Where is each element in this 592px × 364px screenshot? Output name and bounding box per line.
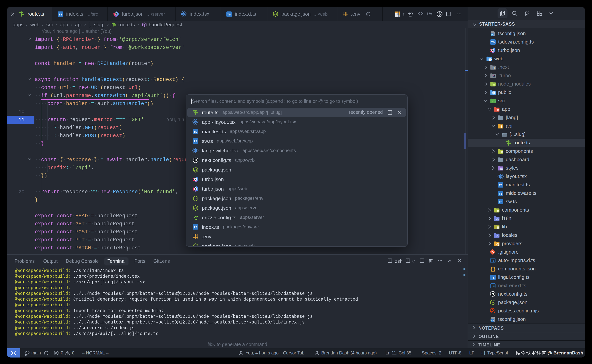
svg-text:TS: TS <box>491 284 494 287</box>
svg-text:TS: TS <box>499 200 502 203</box>
svg-text:TS: TS <box>499 192 502 195</box>
svg-text:TS: TS <box>194 130 197 133</box>
svg-text:JS: JS <box>194 169 197 171</box>
svg-text:TS: TS <box>194 140 197 143</box>
svg-text:{}: {} <box>490 266 496 272</box>
svg-text:JS: JS <box>194 245 197 247</box>
svg-text:N: N <box>493 67 494 69</box>
svg-text:TS: TS <box>491 319 494 321</box>
svg-text:</>: </> <box>492 100 496 103</box>
svg-text:N: N <box>194 158 196 162</box>
svg-text:TS: TS <box>499 183 502 187</box>
svg-text:JS: JS <box>194 207 197 209</box>
svg-text:A: A <box>498 235 499 237</box>
svg-text:TS: TS <box>59 13 62 16</box>
svg-text:TS: TS <box>491 259 494 262</box>
svg-text:JS: JS <box>274 13 277 15</box>
svg-text:TS: TS <box>491 41 495 44</box>
svg-text:JS: JS <box>491 301 494 304</box>
svg-text:JS: JS <box>194 197 197 200</box>
svg-text:N: N <box>492 292 494 296</box>
svg-text:A: A <box>498 219 499 221</box>
svg-text:TS: TS <box>227 13 231 16</box>
svg-text:css: css <box>500 168 503 170</box>
svg-text:TS: TS <box>194 226 197 229</box>
svg-text:TS: TS <box>491 33 494 36</box>
svg-text:TS: TS <box>491 276 495 279</box>
